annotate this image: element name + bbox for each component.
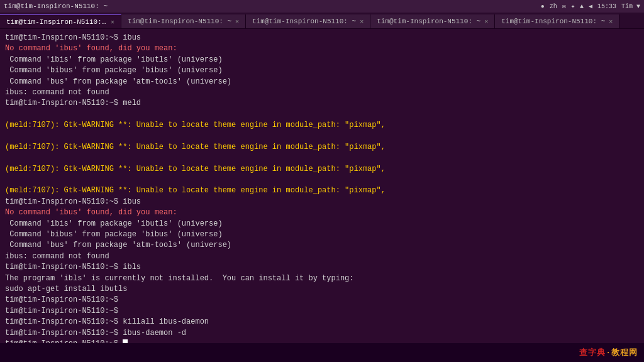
terminal-line: Command 'ibis' from package 'ibutls' (un…: [5, 219, 639, 229]
bluetooth-icon: ✦: [571, 3, 575, 10]
tab-3-close[interactable]: ✕: [360, 18, 364, 25]
system-bar: tim@tim-Inspiron-N5110: ~ ● zh ✉ ✦ ▲ ◀ 1…: [0, 0, 644, 13]
tab-1-label: tim@tim-Inspiron-N5110: ~/andro...: [6, 18, 107, 26]
tab-1[interactable]: tim@tim-Inspiron-N5110: ~/andro... ✕: [0, 14, 121, 28]
bottom-bar: 查字典·教程网: [0, 343, 644, 362]
tab-5[interactable]: tim@tim-Inspiron-N5110: ~ ✕: [495, 14, 619, 28]
terminal-line: [5, 131, 639, 142]
user-menu[interactable]: Tim ▼: [621, 3, 640, 10]
watermark: 查字典·教程网: [579, 347, 638, 358]
tab-2-close[interactable]: ✕: [235, 18, 239, 25]
clock: 15:33: [597, 3, 616, 10]
terminal-cursor: [123, 339, 128, 343]
terminal-line: tim@tim-Inspiron-N5110:~$ ibls: [5, 262, 639, 273]
indicator-icon: ●: [541, 3, 545, 10]
terminal-line: [5, 153, 639, 163]
tab-3-label: tim@tim-Inspiron-N5110: ~: [252, 18, 356, 25]
terminal-line: tim@tim-Inspiron-N5110:~$ ibus-daemon -d: [5, 328, 639, 339]
terminal-line: Command 'bus' from package 'atm-tools' (…: [5, 240, 639, 251]
email-icon: ✉: [562, 3, 566, 10]
tab-3[interactable]: tim@tim-Inspiron-N5110: ~ ✕: [246, 14, 370, 28]
tab-5-close[interactable]: ✕: [609, 18, 613, 25]
tab-bar: tim@tim-Inspiron-N5110: ~/andro... ✕ tim…: [0, 13, 644, 29]
terminal-line: tim@tim-Inspiron-N5110:~$ ibus: [5, 33, 639, 43]
terminal-line: tim@tim-Inspiron-N5110:~$: [5, 306, 639, 317]
tab-4-close[interactable]: ✕: [484, 18, 488, 25]
terminal-line: (meld:7107): Gtk-WARNING **: Unable to l…: [5, 185, 639, 196]
tab-4-label: tim@tim-Inspiron-N5110: ~: [377, 18, 480, 25]
battery-indicator: zh: [550, 3, 557, 10]
terminal-line: tim@tim-Inspiron-N5110:~$: [5, 295, 639, 305]
tab-4[interactable]: tim@tim-Inspiron-N5110: ~ ✕: [370, 14, 495, 28]
tab-2[interactable]: tim@tim-Inspiron-N5110: ~ ✕: [121, 14, 246, 28]
terminal-line: ibus: command not found: [5, 87, 639, 98]
terminal-line: [5, 175, 639, 185]
terminal-line: Command 'bibus' from package 'bibus' (un…: [5, 65, 639, 76]
terminal-line: tim@tim-Inspiron-N5110:~$ ibus: [5, 197, 639, 207]
terminal-line: sudo apt-get install ibutls: [5, 284, 639, 295]
system-bar-left: tim@tim-Inspiron-N5110: ~: [4, 3, 108, 10]
terminal-line: Command 'bibus' from package 'bibus' (un…: [5, 229, 639, 240]
tab-5-label: tim@tim-Inspiron-N5110: ~: [501, 18, 605, 25]
tab-2-label: tim@tim-Inspiron-N5110: ~: [128, 18, 231, 25]
terminal-line: [5, 109, 639, 120]
terminal-line: tim@tim-Inspiron-N5110:~$: [5, 339, 639, 343]
terminal-line: Command 'ibis' from package 'ibutls' (un…: [5, 55, 639, 65]
terminal-line: Command 'bus' from package 'atm-tools' (…: [5, 77, 639, 87]
terminal-line: No command 'ibus' found, did you mean:: [5, 207, 639, 218]
tab-1-close[interactable]: ✕: [111, 18, 114, 26]
terminal-line: (meld:7107): Gtk-WARNING **: Unable to l…: [5, 164, 639, 175]
terminal-line: tim@tim-Inspiron-N5110:~$ meld: [5, 98, 639, 109]
wifi-icon: ▲: [580, 3, 584, 10]
volume-icon: ◀: [589, 3, 592, 10]
window-title: tim@tim-Inspiron-N5110: ~: [4, 3, 108, 10]
terminal-line: No command 'ibus' found, did you mean:: [5, 43, 639, 54]
terminal-line: tim@tim-Inspiron-N5110:~$ killall ibus-d…: [5, 317, 639, 327]
terminal-line: The program 'ibls' is currently not inst…: [5, 273, 639, 284]
system-bar-right: ● zh ✉ ✦ ▲ ◀ 15:33 Tim ▼: [541, 3, 640, 10]
terminal-area[interactable]: tim@tim-Inspiron-N5110:~$ ibusNo command…: [0, 29, 644, 343]
terminal-line: (meld:7107): Gtk-WARNING **: Unable to l…: [5, 120, 639, 131]
terminal-line: (meld:7107): Gtk-WARNING **: Unable to l…: [5, 142, 639, 153]
terminal-line: ibus: command not found: [5, 251, 639, 262]
